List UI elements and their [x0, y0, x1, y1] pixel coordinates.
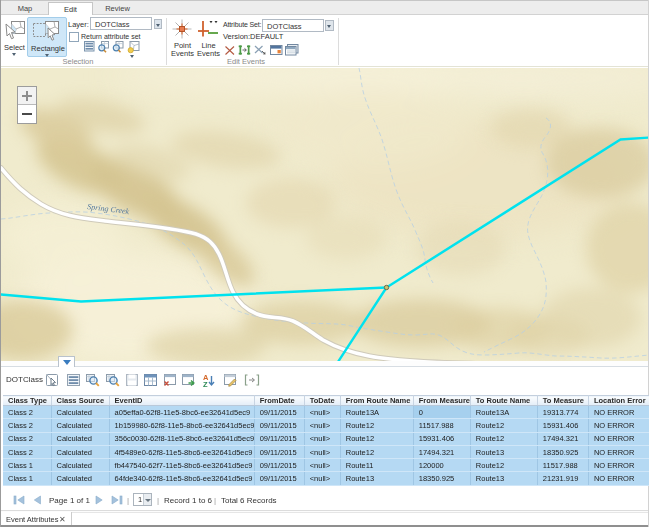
svg-text:Z: Z — [203, 380, 208, 388]
